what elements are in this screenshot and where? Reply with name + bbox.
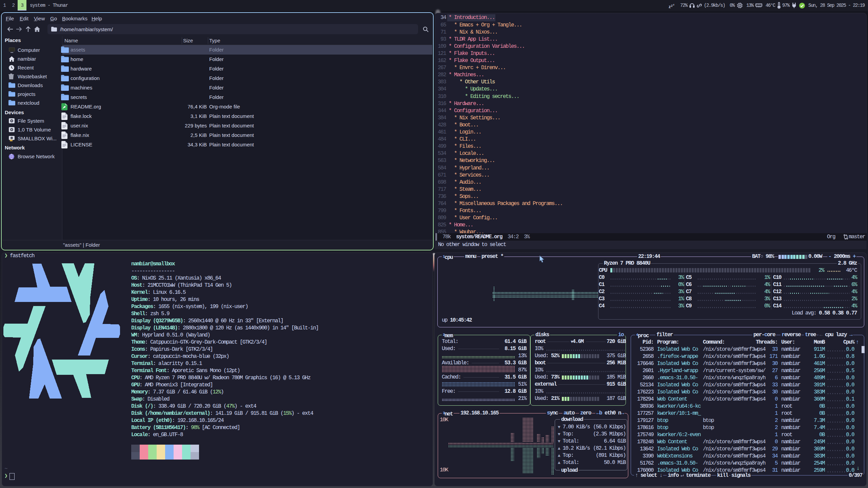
svg-text:z: z xyxy=(671,4,673,7)
svg-text:z: z xyxy=(673,3,674,6)
svg-text:z: z xyxy=(669,4,671,8)
